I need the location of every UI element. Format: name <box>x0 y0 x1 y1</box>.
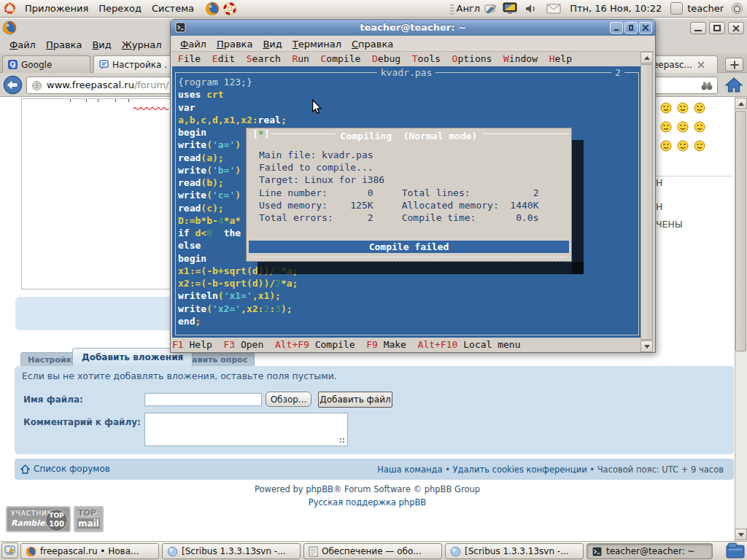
smiley-icon[interactable] <box>694 102 706 114</box>
taskbar-window-0[interactable]: freepascal.ru • Нова... <box>20 543 159 559</box>
applet-handle[interactable] <box>450 3 454 15</box>
ide-menu-help[interactable]: Help <box>549 53 572 64</box>
browse-button[interactable]: Обзор... <box>266 392 311 407</box>
distro-menu-icon[interactable] <box>3 1 17 15</box>
workspace-switcher[interactable] <box>726 542 745 560</box>
keyboard-layout-indicator[interactable]: Англ <box>457 3 481 14</box>
page-scrollbar-thumb[interactable] <box>735 111 746 351</box>
delete-cookies-link[interactable]: Удалить cookies конференции <box>453 464 587 475</box>
terminal-scroll-up-arrow[interactable] <box>640 52 653 63</box>
fkey-F1[interactable]: F1 <box>172 339 184 350</box>
text-fragment-tick <box>70 99 71 102</box>
help-launcher-icon[interactable] <box>222 1 237 16</box>
back-button[interactable] <box>3 75 23 98</box>
code-line-4: a,b,c,d,x1,x2:real; <box>178 114 298 126</box>
file-name-label: Имя файла: <box>23 394 83 405</box>
smiley-icon[interactable] <box>694 121 706 133</box>
smiley-icon[interactable] <box>677 140 689 152</box>
terminal-menu-4[interactable]: Справка <box>347 37 398 51</box>
terminal-maximize-button[interactable] <box>624 22 638 34</box>
home-button[interactable] <box>724 76 743 97</box>
firefox-minimize-button[interactable] <box>690 22 706 34</box>
tab-close-icon[interactable] <box>696 60 706 70</box>
display-icon[interactable] <box>503 2 517 15</box>
scroll-down-arrow[interactable] <box>735 529 747 540</box>
scribus-icon <box>167 546 178 557</box>
dialog-title-wrap: Compiling (Normal mode) <box>246 128 572 142</box>
ide-menu-window[interactable]: Window <box>503 53 538 64</box>
firefox-menu-3[interactable]: Журнал <box>117 38 167 52</box>
clock[interactable]: Птн, 16 Ноя, 10:22 <box>570 3 662 14</box>
firefox-menu-0[interactable]: Файл <box>4 38 41 52</box>
fkey-Alt+F10[interactable]: Alt+F10 <box>418 339 458 350</box>
tab-google[interactable]: Google <box>2 55 90 73</box>
terminal-scrollbar-thumb[interactable] <box>640 64 653 340</box>
taskbar-window-label: [Scribus 1.3.3.13svn -... <box>465 546 569 556</box>
mail-icon[interactable] <box>546 4 561 14</box>
terminal-menu-0[interactable]: Файл <box>175 37 212 51</box>
firefox-menu-1[interactable]: Правка <box>41 38 87 52</box>
user-switcher-icon[interactable] <box>670 2 683 15</box>
username[interactable]: teacher <box>687 3 724 14</box>
ide-menu-file[interactable]: File <box>178 53 201 64</box>
tab-nastroyka[interactable]: Настройка . <box>93 55 174 73</box>
separator: • <box>587 464 597 475</box>
fkey-F9[interactable]: F9 <box>366 339 378 350</box>
smiley-icon[interactable] <box>694 140 706 152</box>
ide-menu-run[interactable]: Run <box>292 53 309 64</box>
new-tab-button[interactable] <box>725 58 743 71</box>
panel-menu-0[interactable]: Приложения <box>20 1 93 15</box>
taskbar-window-3[interactable]: [Scribus 1.3.3.13svn -... <box>445 543 584 559</box>
binoculars-icon[interactable] <box>701 80 713 91</box>
topmail-badge[interactable]: TOP mail <box>74 506 104 532</box>
show-desktop-button[interactable] <box>1 542 18 559</box>
firefox-close-button[interactable] <box>728 22 744 34</box>
file-name-input[interactable] <box>144 393 262 406</box>
panel-menu-1[interactable]: Переход <box>93 1 147 15</box>
keyboard-icon[interactable] <box>484 3 497 15</box>
phpbb-link[interactable]: phpBB <box>306 484 333 494</box>
powered-prefix: Powered by <box>255 484 306 494</box>
firefox-maximize-button[interactable] <box>709 22 725 34</box>
smiley-icon[interactable] <box>677 121 689 133</box>
scroll-up-arrow[interactable] <box>735 98 747 109</box>
compile-failed-button[interactable]: Compile failed <box>249 241 569 253</box>
forum-index-link[interactable]: Список форумов <box>34 464 110 474</box>
smiley-icon[interactable] <box>677 102 689 114</box>
ide-menu-edit[interactable]: Edit <box>212 53 235 64</box>
file-comment-textarea[interactable] <box>144 413 348 446</box>
ide-menu-options[interactable]: Options <box>452 53 492 64</box>
power-icon[interactable] <box>731 2 743 15</box>
ide-menu-search[interactable]: Search <box>247 53 281 64</box>
terminal-scroll-down-arrow[interactable] <box>640 341 653 352</box>
russian-support-link[interactable]: Русская поддержка phpBB <box>309 497 426 508</box>
terminal-close-button[interactable] <box>639 22 652 34</box>
forum-footer-links: Наша команда • Удалить cookies конференц… <box>377 464 724 475</box>
fkey-F3[interactable]: F3 <box>223 339 235 350</box>
resize-grip-icon[interactable] <box>339 438 346 444</box>
terminal-menu-3[interactable]: Терминал <box>287 37 347 51</box>
team-link[interactable]: Наша команда <box>377 464 442 475</box>
rambler-top100-badge[interactable]: УЧАСТНИК Rambler's TOP100 <box>6 506 71 532</box>
ide-menu-compile[interactable]: Compile <box>321 53 361 64</box>
volume-icon[interactable] <box>525 3 536 15</box>
globe-icon <box>31 80 42 91</box>
add-file-button[interactable]: Добавить файл <box>318 392 392 408</box>
taskbar-window-4[interactable]: teacher@teacher: ~ <box>587 543 713 559</box>
taskbar-window-2[interactable]: Обеспечение — обо... <box>303 543 442 559</box>
firefox-launcher-icon[interactable] <box>205 1 220 16</box>
dialog-info-line-3: Line number: 0 Total lines: 2 <box>259 187 539 199</box>
terminal-minimize-button[interactable] <box>610 22 623 34</box>
ide-menu-tools[interactable]: Tools <box>412 53 441 64</box>
panel-menu-2[interactable]: Система <box>147 1 199 15</box>
smiley-icon[interactable] <box>660 140 673 152</box>
terminal-menu-1[interactable]: Правка <box>212 37 258 51</box>
firefox-menu-2[interactable]: Вид <box>87 38 116 52</box>
terminal-menu-2[interactable]: Вид <box>258 37 287 51</box>
fkey-Alt+F9[interactable]: Alt+F9 <box>275 339 309 350</box>
smiley-icon[interactable] <box>660 121 673 133</box>
smiley-icon[interactable] <box>660 102 673 114</box>
taskbar-window-1[interactable]: [Scribus 1.3.3.13svn -... <box>162 543 301 559</box>
ide-menu-debug[interactable]: Debug <box>372 53 400 64</box>
editor-window-number: 2 <box>611 67 624 78</box>
